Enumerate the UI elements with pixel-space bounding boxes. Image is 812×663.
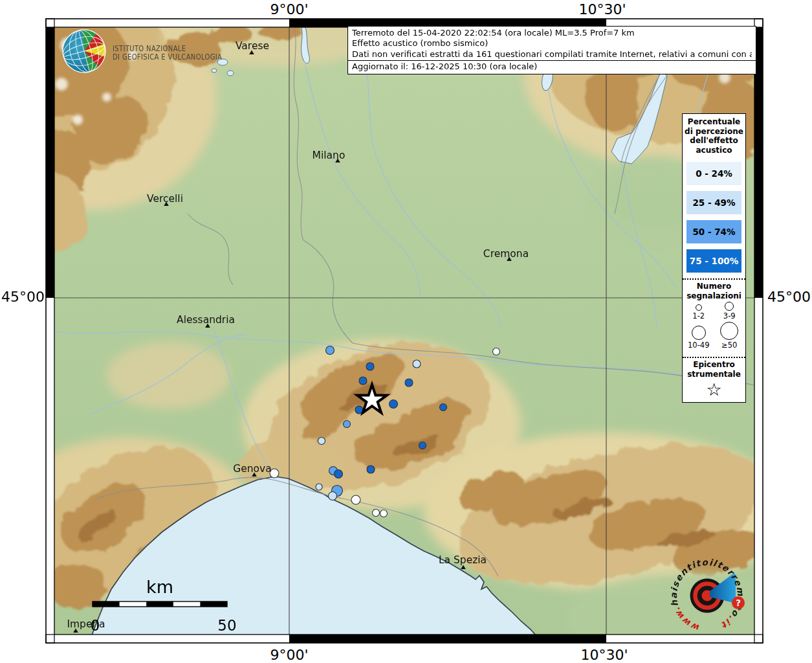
legend-epicenter-title: Epicentro strumentale [683, 358, 745, 379]
report-size-circle [725, 302, 734, 311]
question-mark: ? [736, 598, 741, 608]
event-info-box: Terremoto del 15-04-2020 22:02:54 (ora l… [347, 26, 756, 74]
scalebar-unit: km [146, 577, 173, 597]
report-size-item: 1-2 [683, 302, 714, 322]
legend-class-swatch: 0 - 24% [686, 162, 741, 185]
scalebar-start: 0 [91, 617, 100, 634]
report-size-item: ≥50 [714, 322, 745, 351]
felt-report-point [380, 510, 388, 517]
city-label: Genova [233, 463, 272, 475]
felt-report-point [373, 510, 380, 517]
report-size-item: 10-49 [683, 322, 714, 351]
event-info-line-4: Aggiornato il: 16-12-2025 10:30 (ora loc… [348, 60, 756, 72]
axis-top-left: 9°00' [270, 1, 308, 17]
city-label: Varese [236, 40, 269, 52]
axis-left: 45°00' [1, 289, 41, 305]
epicenter-star-icon: ☆ [683, 379, 745, 402]
report-size-label: ≥50 [721, 341, 737, 350]
felt-report-point [316, 484, 322, 490]
report-size-label: 1-2 [692, 312, 705, 320]
ingv-logo: ISTITUTO NAZIONALE DI GEOFISICA E VULCAN… [61, 28, 239, 74]
city-label: La Spezia [439, 554, 487, 566]
report-size-circle [720, 322, 738, 340]
seismic-map-page: VareseMilanoVercelliCremonaAlessandriaGe… [0, 0, 812, 663]
felt-report-point [326, 346, 335, 355]
legend-perception-title: Percentuale di percezione dell'effetto a… [683, 114, 745, 156]
report-size-label: 10-49 [688, 341, 709, 350]
felt-report-point [405, 379, 413, 387]
felt-report-point [366, 363, 374, 370]
felt-report-point [440, 404, 447, 411]
ingv-name: ISTITUTO NAZIONALE DI GEOFISICA E VULCAN… [113, 45, 222, 62]
felt-report-point [413, 360, 421, 368]
legend-class-swatch: 75 - 100% [686, 249, 741, 273]
ingv-name-line2: DI GEOFISICA E VULCANOLOGIA [113, 53, 222, 62]
city-label: Milano [313, 150, 346, 161]
felt-report-point [351, 495, 360, 504]
report-size-label: 3-9 [723, 312, 736, 320]
legend-panel: Percentuale di percezione dell'effetto a… [682, 113, 746, 403]
legend-class-swatch: 25 - 49% [686, 191, 741, 214]
legend-perception-classes: 0 - 24%25 - 49%50 - 74%75 - 100% [683, 162, 745, 273]
legend-reports-title: Numero segnalazioni [683, 280, 745, 300]
report-size-circle [696, 304, 702, 311]
scalebar-end: 50 [217, 617, 236, 634]
felt-report-point [359, 377, 367, 385]
felt-report-point [419, 442, 426, 449]
felt-report-point [390, 400, 398, 409]
felt-report-point [344, 421, 351, 428]
city-label: Cremona [483, 248, 529, 260]
ingv-globe-icon [61, 28, 107, 74]
felt-report-point [329, 492, 337, 500]
legend-class-swatch: 50 - 74% [686, 220, 741, 243]
city-label: Alessandria [177, 314, 235, 326]
event-info-line-2: Effetto acustico (rombo sismico) [352, 38, 752, 49]
report-size-item: 3-9 [714, 302, 745, 322]
felt-report-point [493, 348, 500, 355]
event-info-line-1: Terremoto del 15-04-2020 22:02:54 (ora l… [352, 28, 752, 38]
felt-report-point [367, 466, 375, 473]
felt-report-point [335, 470, 343, 478]
axis-bottom-left: 9°00' [270, 647, 308, 663]
ingv-name-line1: ISTITUTO NAZIONALE [113, 45, 222, 54]
legend-report-sizes: 1-23-910-49≥50 [683, 300, 745, 351]
axis-bottom-right: 10°30' [580, 647, 628, 663]
axis-top-right: 10°30' [578, 1, 626, 17]
city-label: Vercelli [147, 193, 183, 205]
axis-right: 45°00' [767, 289, 812, 305]
report-size-circle [692, 326, 706, 340]
felt-report-point [318, 438, 325, 445]
event-info-line-3: Dati non verificati estratti da 161 ques… [352, 49, 752, 60]
